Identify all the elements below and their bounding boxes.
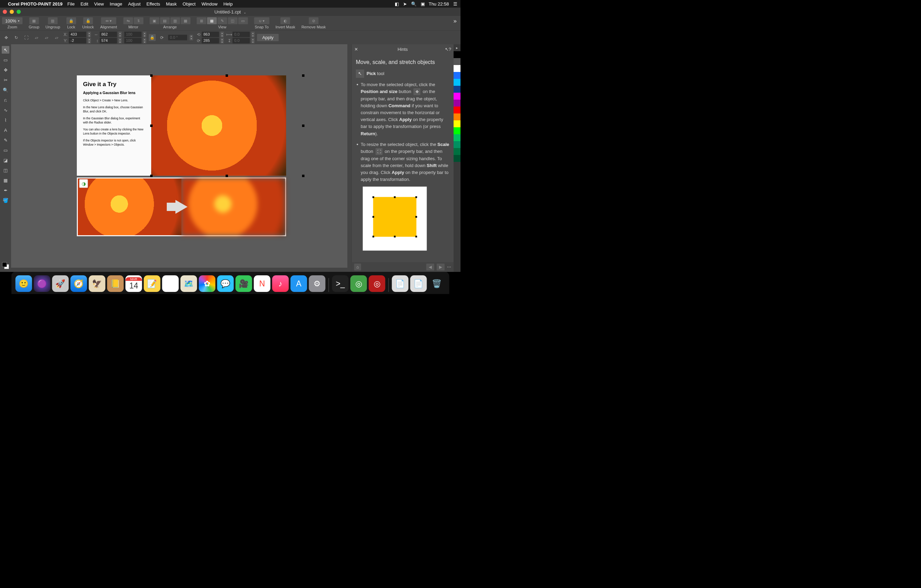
menu-effects[interactable]: Effects xyxy=(146,1,160,6)
menu-image[interactable]: Image xyxy=(110,1,122,6)
menu-adjust[interactable]: Adjust xyxy=(128,1,140,6)
zoom-select[interactable]: 100%▾ xyxy=(2,17,23,24)
dock-siri[interactable]: 🟣 xyxy=(34,275,50,292)
w-stepper[interactable]: ▲▼ xyxy=(118,31,122,37)
skewx-input[interactable] xyxy=(202,31,219,37)
view-rulers-button[interactable]: ⊞ xyxy=(197,17,206,24)
skx-stepper[interactable]: ▲▼ xyxy=(220,31,224,37)
view-grid-button[interactable]: ▦ xyxy=(207,17,216,24)
swatch-purple[interactable] xyxy=(454,100,460,107)
toolbar-overflow-icon[interactable]: » xyxy=(452,17,459,24)
move-mode-icon[interactable]: ✥ xyxy=(2,34,10,41)
swatch-magenta[interactable] xyxy=(454,93,460,100)
swatch-navy[interactable] xyxy=(454,86,460,93)
sy-stepper[interactable]: ▲▼ xyxy=(143,38,146,43)
selection-handle[interactable] xyxy=(150,125,153,127)
arrange-backward-button[interactable]: ▥ xyxy=(170,17,180,24)
swatch-cyan[interactable] xyxy=(454,79,460,86)
rotate-mode-icon[interactable]: ↻ xyxy=(13,34,20,41)
swatch-gray[interactable] xyxy=(454,58,460,65)
lock-button[interactable]: 🔒 xyxy=(67,17,76,24)
vertical-scrollbar[interactable] xyxy=(347,44,351,268)
swatch-orange[interactable] xyxy=(454,114,460,120)
selection-handle[interactable] xyxy=(150,175,153,177)
menu-window[interactable]: Window xyxy=(201,1,217,6)
view-guides-button[interactable]: ✎ xyxy=(217,17,227,24)
dock-facetime[interactable]: 🎥 xyxy=(236,275,252,292)
selection-handle[interactable] xyxy=(226,175,228,177)
dock-calendar[interactable]: MAR14 xyxy=(125,275,142,292)
dock-music[interactable]: ♪ xyxy=(272,275,289,292)
swatch-red[interactable] xyxy=(454,107,460,114)
brush-tool[interactable]: ✎ xyxy=(2,136,9,144)
menu-file[interactable]: File xyxy=(67,1,75,6)
apply-button[interactable]: Apply xyxy=(257,34,279,41)
swatch-green3[interactable] xyxy=(454,141,460,148)
notification-icon[interactable]: ◧ xyxy=(395,1,399,6)
hints-help-icon[interactable]: ↖? xyxy=(445,46,451,52)
swatch-white[interactable] xyxy=(454,65,460,72)
window-minimize-button[interactable] xyxy=(10,10,14,14)
dock-messages[interactable]: 💬 xyxy=(217,275,234,292)
dock-notes[interactable]: 📝 xyxy=(144,275,161,292)
selection-handle[interactable] xyxy=(150,75,153,77)
dock-finder[interactable]: 🙂 xyxy=(16,275,32,292)
menu-view[interactable]: View xyxy=(94,1,104,6)
scalex-input[interactable] xyxy=(124,31,142,37)
window-zoom-button[interactable] xyxy=(16,10,21,14)
selection-handle[interactable] xyxy=(302,175,304,177)
dock-corel-capture[interactable]: ◎ xyxy=(369,275,386,292)
width-input[interactable] xyxy=(100,31,117,37)
h-stepper[interactable]: ▲▼ xyxy=(118,38,122,43)
dock-photos[interactable]: ✿ xyxy=(199,275,216,292)
sky-stepper[interactable]: ▲▼ xyxy=(220,38,224,43)
hints-forward-button[interactable]: ▶ xyxy=(437,263,444,270)
hints-close-icon[interactable]: ✕ xyxy=(354,46,358,52)
dock-safari[interactable]: 🧭 xyxy=(71,275,87,292)
view-marquee-button[interactable]: ◫ xyxy=(228,17,238,24)
dock-reminders[interactable]: ☑︎ xyxy=(162,275,179,292)
transparency-tool[interactable]: ▦ xyxy=(2,176,9,184)
skew-mode-icon[interactable]: ▱ xyxy=(42,34,50,41)
menu-mask[interactable]: Mask xyxy=(166,1,177,6)
dock-launchpad[interactable]: 🚀 xyxy=(52,275,69,292)
menu-help[interactable]: Help xyxy=(223,1,233,6)
dock-corel-connect[interactable]: ◎ xyxy=(350,275,367,292)
dock-maps[interactable]: 🗺️ xyxy=(181,275,197,292)
window-close-button[interactable] xyxy=(3,10,7,14)
effect-tool[interactable]: ⌇ xyxy=(2,116,9,124)
hints-back-button[interactable]: ◀ xyxy=(426,263,434,270)
selection-handle[interactable] xyxy=(226,75,228,77)
dx-input[interactable] xyxy=(233,31,250,37)
swatch-blue[interactable] xyxy=(454,72,460,79)
pointer-icon[interactable]: ➤ xyxy=(403,1,407,6)
fill-tool[interactable]: 🪣 xyxy=(2,197,9,204)
scale-mode-icon[interactable]: ⛶ xyxy=(23,34,30,41)
y-input[interactable] xyxy=(69,38,86,43)
dy-stepper[interactable]: ▲▼ xyxy=(251,38,255,43)
rot-stepper[interactable]: ▲▼ xyxy=(190,34,193,40)
swatch-yellow[interactable] xyxy=(454,120,460,127)
menu-object[interactable]: Object xyxy=(183,1,196,6)
zoom-tool[interactable]: 🔍 xyxy=(2,86,9,94)
mask-transform-tool[interactable]: ✥ xyxy=(2,66,9,74)
rotation-input[interactable] xyxy=(168,34,187,40)
palette-menu-icon[interactable]: ▸ xyxy=(454,44,460,51)
menu-list-icon[interactable]: ☰ xyxy=(453,1,457,6)
menu-edit[interactable]: Edit xyxy=(81,1,88,6)
swatch-green5[interactable] xyxy=(454,155,460,162)
dock-terminal[interactable]: >_ xyxy=(332,275,349,292)
rectangle-tool[interactable]: ▭ xyxy=(2,146,9,154)
dock-document-2[interactable]: 📄 xyxy=(410,275,427,292)
y-stepper[interactable]: ▲▼ xyxy=(88,38,91,43)
remove-mask-button[interactable]: ⊘ xyxy=(309,17,318,24)
dock-document-1[interactable]: 📄 xyxy=(392,275,408,292)
eyedropper-tool[interactable]: ✒ xyxy=(2,187,9,194)
selection-handle[interactable] xyxy=(302,125,304,127)
canvas-area[interactable]: Give it a Try Applying a Gaussian Blur l… xyxy=(11,44,351,272)
menubar-clock[interactable]: Thu 22:58 xyxy=(429,1,449,6)
hints-more-icon[interactable]: ⋯ xyxy=(447,265,451,270)
mirror-v-button[interactable]: ⥮ xyxy=(133,17,143,24)
text-tool[interactable]: A xyxy=(2,126,9,134)
x-stepper[interactable]: ▲▼ xyxy=(88,31,91,37)
